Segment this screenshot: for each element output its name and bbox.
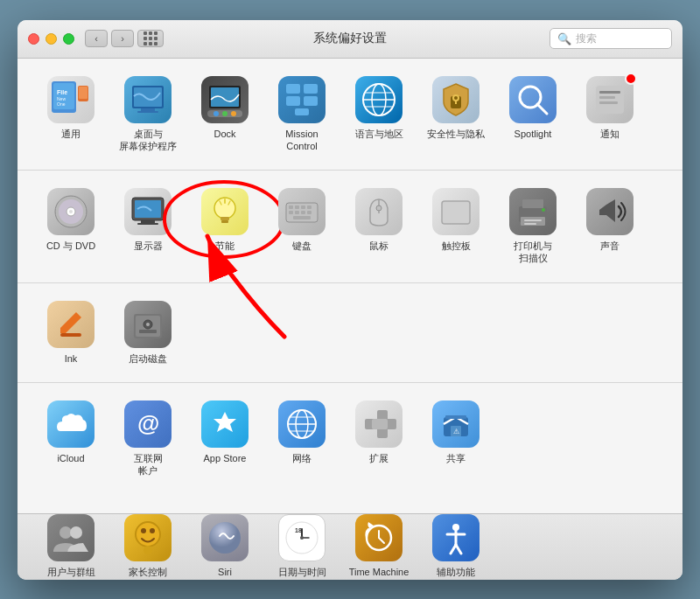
internet-accounts-item[interactable]: @ 互联网帐户: [112, 395, 184, 483]
datetime-icon: 18: [278, 514, 326, 561]
internet-accounts-icon: @: [124, 400, 172, 448]
notification-icon: [586, 76, 634, 123]
svg-rect-35: [599, 101, 618, 104]
general-item[interactable]: FileNewOne 通用: [35, 71, 107, 158]
energy-icon: [201, 188, 248, 235]
search-box[interactable]: 🔍 搜索: [550, 28, 672, 49]
svg-point-94: [136, 522, 160, 547]
maximize-button[interactable]: [63, 33, 74, 45]
icloud-item[interactable]: iCloud: [35, 395, 107, 483]
nav-buttons: ‹ ›: [85, 30, 134, 47]
ink-item[interactable]: Ink: [35, 296, 107, 370]
system-preferences-window: ‹ › 系统偏好设置 🔍 搜索 FileNewOne: [18, 20, 682, 580]
traffic-lights: [28, 33, 74, 45]
security-item[interactable]: 安全性与隐私: [420, 71, 492, 158]
svg-text:⚠: ⚠: [453, 428, 459, 435]
svg-rect-21: [295, 108, 309, 115]
cd-dvd-item[interactable]: CD 与 DVD: [35, 183, 107, 270]
svg-rect-60: [293, 216, 311, 219]
energy-item[interactable]: 节能: [189, 183, 261, 270]
sharing-item[interactable]: ⚠ 共享: [420, 395, 492, 483]
dock-icon: [201, 76, 248, 123]
back-button[interactable]: ‹: [85, 30, 108, 47]
svg-rect-20: [304, 96, 318, 106]
dock-item[interactable]: Dock: [189, 71, 261, 158]
siri-item[interactable]: Siri: [189, 509, 261, 579]
minimize-button[interactable]: [46, 33, 57, 45]
network-item[interactable]: 网络: [266, 395, 338, 483]
svg-point-76: [146, 323, 150, 326]
sound-item[interactable]: 声音: [574, 183, 646, 270]
network-icon: [278, 400, 326, 448]
timemachine-item[interactable]: Time Machine: [343, 509, 415, 579]
cd-dvd-label: CD 与 DVD: [46, 240, 95, 252]
icloud-icon: [47, 400, 94, 448]
svg-rect-32: [596, 86, 624, 114]
language-item[interactable]: 语言与地区: [343, 71, 415, 158]
trackpad-item[interactable]: 触控板: [420, 183, 492, 270]
extensions-item[interactable]: 扩展: [343, 395, 415, 483]
mission-control-item[interactable]: MissionControl: [266, 71, 338, 158]
svg-rect-17: [286, 84, 300, 94]
svg-rect-55: [307, 205, 312, 209]
appstore-label: App Store: [204, 452, 247, 464]
svg-line-31: [537, 104, 547, 114]
svg-rect-71: [60, 333, 81, 337]
bottom-bar: 用户与群组 家长控制 Siri 18 日期与时间: [18, 513, 682, 580]
close-button[interactable]: [28, 33, 39, 45]
users-item[interactable]: 用户与群组: [35, 509, 107, 579]
svg-rect-6: [79, 87, 88, 99]
appstore-item[interactable]: App Store: [189, 395, 261, 483]
timemachine-label: Time Machine: [349, 566, 410, 578]
search-input[interactable]: 搜索: [576, 31, 597, 46]
parental-label: 家长控制: [129, 566, 167, 578]
svg-point-14: [214, 111, 219, 116]
internet-accounts-label: 互联网帐户: [134, 452, 163, 477]
keyboard-item[interactable]: 键盘: [266, 183, 338, 270]
svg-rect-57: [295, 211, 299, 214]
accessibility-icon: [432, 514, 480, 561]
mouse-item[interactable]: 鼠标: [343, 183, 415, 270]
appstore-icon: [201, 400, 248, 448]
accessibility-label: 辅助功能: [437, 566, 475, 578]
svg-text:18: 18: [295, 527, 302, 533]
spotlight-label: Spotlight: [514, 128, 552, 140]
sharing-icon: ⚠: [432, 400, 480, 448]
display-label: 显示器: [134, 240, 163, 252]
notification-item[interactable]: 通知: [574, 71, 646, 158]
sharing-label: 共享: [446, 452, 466, 464]
svg-text:One: One: [57, 101, 66, 107]
grid-view-button[interactable]: [137, 30, 164, 47]
startup-item[interactable]: 启动磁盘: [112, 296, 184, 370]
svg-point-96: [150, 528, 155, 533]
svg-point-15: [222, 111, 228, 116]
svg-rect-19: [286, 96, 300, 106]
svg-rect-87: [372, 419, 388, 429]
timemachine-icon: [355, 514, 402, 561]
parental-item[interactable]: 家长控制: [112, 509, 184, 579]
svg-point-62: [376, 205, 382, 211]
display-item[interactable]: 显示器: [112, 183, 184, 270]
section-other: Ink 启动磁盘: [18, 283, 682, 383]
svg-rect-33: [599, 91, 620, 94]
icloud-label: iCloud: [57, 452, 84, 464]
grid-dots-icon: [144, 31, 158, 45]
svg-rect-74: [139, 330, 157, 333]
extensions-label: 扩展: [369, 452, 388, 464]
datetime-item[interactable]: 18 日期与时间: [266, 509, 338, 579]
svg-rect-54: [301, 205, 305, 209]
svg-rect-67: [524, 219, 542, 221]
desktop-item[interactable]: 桌面与屏幕保护程序: [112, 71, 184, 158]
accessibility-item[interactable]: 辅助功能: [420, 509, 492, 579]
mouse-icon: [355, 188, 402, 235]
trackpad-icon: [432, 188, 480, 235]
printer-item[interactable]: 打印机与扫描仪: [497, 183, 569, 270]
svg-point-95: [141, 528, 146, 533]
internet-icons-grid: iCloud @ 互联网帐户 App Store: [35, 395, 665, 483]
other-icons-grid: Ink 启动磁盘: [35, 296, 665, 370]
svg-rect-43: [137, 223, 158, 225]
spotlight-item[interactable]: Spotlight: [497, 71, 569, 158]
ink-label: Ink: [65, 352, 78, 365]
forward-button[interactable]: ›: [111, 30, 134, 47]
dock-label: Dock: [214, 128, 235, 140]
